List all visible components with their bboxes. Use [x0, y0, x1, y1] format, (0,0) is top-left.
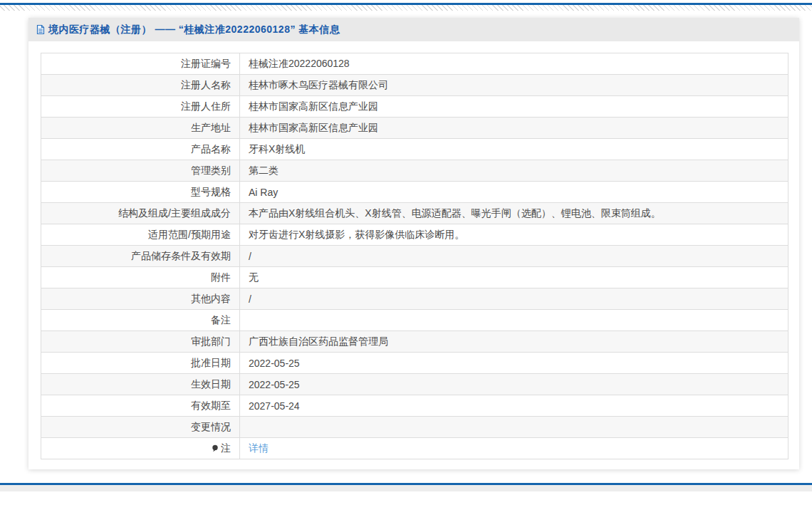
row-label-text: 生产地址 — [191, 122, 231, 133]
row-value: 详情 — [240, 438, 788, 459]
table-row: 备注 — [41, 310, 788, 331]
row-value: 牙科X射线机 — [240, 139, 788, 160]
table-row: 产品名称 牙科X射线机 — [41, 139, 788, 160]
row-label: 审批部门 — [41, 331, 240, 353]
row-label-text: 有效期至 — [191, 400, 231, 411]
row-label: 备注 — [41, 310, 240, 331]
footer-gray-band — [0, 485, 812, 491]
table-row: 适用范围/预期用途 对牙齿进行X射线摄影，获得影像供临床诊断用。 — [41, 224, 788, 246]
table-row: 注册人名称 桂林市啄木鸟医疗器械有限公司 — [41, 75, 788, 96]
table-row: 批准日期 2022-05-25 — [41, 353, 788, 374]
row-label: 型号规格 — [41, 182, 240, 203]
top-hatch-band — [0, 5, 812, 11]
table-row: 产品储存条件及有效期 / — [41, 246, 788, 267]
row-label: 管理类别 — [41, 160, 240, 182]
row-label-text: 批准日期 — [191, 357, 231, 368]
row-label-text: 附件 — [211, 271, 231, 283]
footer — [0, 483, 812, 491]
row-label: 变更情况 — [41, 417, 240, 438]
row-value: 桂林市国家高新区信息产业园 — [240, 118, 788, 139]
table-row: 注册证编号 桂械注准20222060128 — [41, 53, 788, 75]
table-row: 注 详情 — [41, 438, 788, 459]
row-label-text: 产品储存条件及有效期 — [131, 250, 231, 261]
row-value: 桂林市国家高新区信息产业园 — [240, 96, 788, 118]
row-value — [240, 417, 788, 438]
row-label: 批准日期 — [41, 353, 240, 374]
row-value: / — [240, 288, 788, 310]
row-label: 产品储存条件及有效期 — [41, 246, 240, 267]
table-row: 注册人住所 桂林市国家高新区信息产业园 — [41, 96, 788, 118]
registration-table-body: 注册证编号 桂械注准20222060128 注册人名称 桂林市啄木鸟医疗器械有限… — [41, 53, 788, 459]
row-label-text: 适用范围/预期用途 — [148, 229, 231, 240]
document-icon — [36, 24, 46, 35]
registration-table: 注册证编号 桂械注准20222060128 注册人名称 桂林市啄木鸟医疗器械有限… — [41, 53, 788, 459]
row-label: 有效期至 — [41, 395, 240, 417]
row-label: 注册人名称 — [41, 75, 240, 96]
table-row: 附件 无 — [41, 267, 788, 288]
row-label: 适用范围/预期用途 — [41, 224, 240, 246]
table-row: 审批部门 广西壮族自治区药品监督管理局 — [41, 331, 788, 353]
row-label-text: 审批部门 — [191, 335, 231, 347]
row-label: 附件 — [41, 267, 240, 288]
row-value: 2022-05-25 — [240, 374, 788, 395]
row-value: 第二类 — [240, 160, 788, 182]
row-label-text: 产品名称 — [191, 143, 231, 155]
row-label: 注册人住所 — [41, 96, 240, 118]
details-link[interactable]: 详情 — [249, 442, 269, 454]
row-label: 其他内容 — [41, 288, 240, 310]
row-label-text: 注 — [221, 442, 231, 454]
panel-body: 注册证编号 桂械注准20222060128 注册人名称 桂林市啄木鸟医疗器械有限… — [28, 41, 799, 469]
row-label-text: 结构及组成/主要组成成分 — [118, 207, 231, 219]
row-value: / — [240, 246, 788, 267]
row-value: 无 — [240, 267, 788, 288]
row-label: 生产地址 — [41, 118, 240, 139]
row-value — [240, 310, 788, 331]
row-label-text: 注册人名称 — [181, 79, 231, 90]
row-label: 产品名称 — [41, 139, 240, 160]
row-label: 结构及组成/主要组成成分 — [41, 203, 240, 224]
panel-header: 境内医疗器械（注册） —— “桂械注准20222060128” 基本信息 — [28, 18, 799, 41]
table-row: 生产地址 桂林市国家高新区信息产业园 — [41, 118, 788, 139]
row-label-text: 注册证编号 — [181, 58, 231, 69]
row-value: 广西壮族自治区药品监督管理局 — [240, 331, 788, 353]
table-row: 结构及组成/主要组成成分 本产品由X射线组合机头、X射线管、电源适配器、曝光手闸… — [41, 203, 788, 224]
row-value: Ai Ray — [240, 182, 788, 203]
row-label-text: 型号规格 — [191, 186, 231, 197]
table-row: 生效日期 2022-05-25 — [41, 374, 788, 395]
row-value: 对牙齿进行X射线摄影，获得影像供临床诊断用。 — [240, 224, 788, 246]
row-value: 桂林市啄木鸟医疗器械有限公司 — [240, 75, 788, 96]
table-row: 管理类别 第二类 — [41, 160, 788, 182]
row-value: 2022-05-25 — [240, 353, 788, 374]
row-label-text: 注册人住所 — [181, 100, 231, 112]
top-decoration — [0, 0, 812, 11]
table-row: 其他内容 / — [41, 288, 788, 310]
table-row: 型号规格 Ai Ray — [41, 182, 788, 203]
table-row: 变更情况 — [41, 417, 788, 438]
row-label-text: 其他内容 — [191, 293, 231, 304]
row-label: 注 — [41, 438, 240, 459]
row-value: 2027-05-24 — [240, 395, 788, 417]
row-value: 本产品由X射线组合机头、X射线管、电源适配器、曝光手闸（选配）、锂电池、限束筒组… — [240, 203, 788, 224]
row-label-text: 变更情况 — [191, 421, 231, 432]
registration-info-panel: 境内医疗器械（注册） —— “桂械注准20222060128” 基本信息 注册证… — [28, 18, 799, 469]
row-label-text: 管理类别 — [191, 165, 231, 176]
row-label: 注册证编号 — [41, 53, 240, 75]
row-label-text: 生效日期 — [191, 378, 231, 390]
note-balloon-icon — [212, 443, 219, 454]
row-label: 生效日期 — [41, 374, 240, 395]
row-label-text: 备注 — [211, 314, 231, 326]
row-value: 桂械注准20222060128 — [240, 53, 788, 75]
table-row: 有效期至 2027-05-24 — [41, 395, 788, 417]
panel-title: 境内医疗器械（注册） —— “桂械注准20222060128” 基本信息 — [48, 24, 340, 36]
